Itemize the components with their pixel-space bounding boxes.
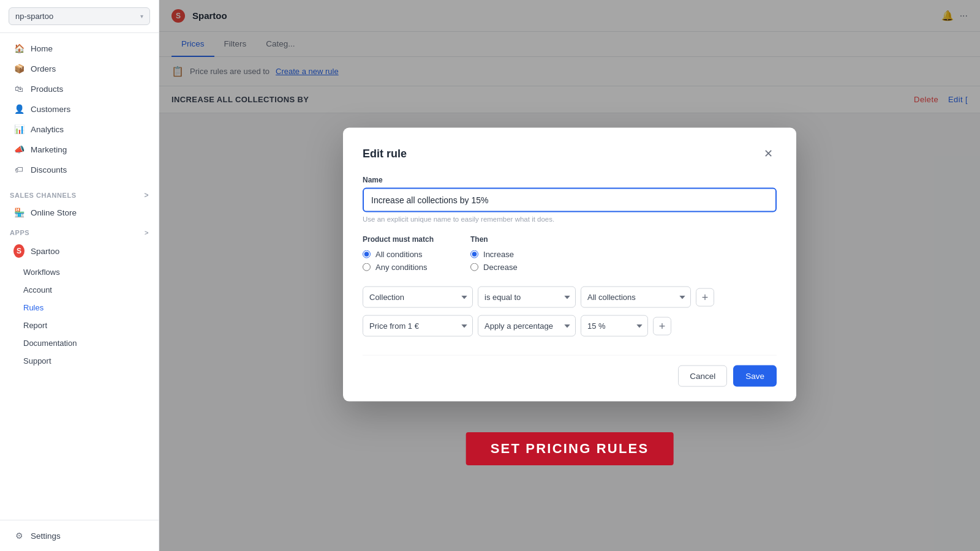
sidebar-bottom: ⚙ Settings [0, 520, 159, 551]
sidebar-item-label: Spartoo [31, 247, 59, 256]
sidebar-item-spartoo[interactable]: Spartoo [4, 239, 155, 263]
main-nav: 🏠 Home 📦 Orders 🛍 Products 👤 Customers 📊… [0, 33, 159, 185]
orders-icon: 📦 [13, 64, 24, 73]
name-label: Name [363, 176, 777, 184]
decrease-radio[interactable] [470, 263, 478, 271]
sidebar-item-label: Orders [31, 64, 56, 73]
sidebar-item-discounts[interactable]: 🏷 Discounts [4, 160, 155, 179]
sidebar-item-label: Customers [31, 105, 70, 114]
sidebar-item-products[interactable]: 🛍 Products [4, 79, 155, 99]
apps-arrow: > [145, 229, 149, 236]
modal-header: Edit rule ✕ [363, 145, 777, 162]
decrease-option[interactable]: Decrease [470, 263, 518, 272]
discounts-icon: 🏷 [13, 165, 24, 174]
store-name: np-spartoo [15, 12, 53, 21]
collection-dropdown[interactable]: Collection [363, 287, 473, 308]
sidebar-item-label: Settings [31, 531, 61, 541]
sidebar-item-orders[interactable]: 📦 Orders [4, 59, 155, 78]
sidebar-item-label: Analytics [31, 125, 64, 134]
sidebar-item-report[interactable]: Report [0, 317, 159, 334]
product-match-group: Product must match All conditions Any co… [363, 235, 434, 276]
spartoo-icon [13, 244, 24, 258]
sales-channels-label: Sales channels > [0, 185, 159, 202]
products-icon: 🛍 [13, 84, 24, 94]
conditions-row: Product must match All conditions Any co… [363, 235, 777, 276]
name-input[interactable] [363, 188, 777, 212]
chevron-down-icon: ▾ [140, 13, 143, 20]
home-icon: 🏠 [13, 43, 24, 53]
price-from-dropdown[interactable]: Price from 1 € [363, 315, 473, 337]
price-filter-row: Price from 1 € Apply a percentage 15 % + [363, 315, 777, 337]
is-equal-to-dropdown[interactable]: is equal to [478, 287, 576, 308]
sidebar-item-rules[interactable]: Rules [0, 299, 159, 317]
increase-radio[interactable] [470, 250, 478, 258]
sidebar-item-account[interactable]: Account [0, 281, 159, 299]
analytics-icon: 📊 [13, 124, 24, 134]
online-store-icon: 🏪 [13, 208, 24, 217]
main-content: Spartoo 🔔 ··· Prices Filters Categ... 📋 … [159, 0, 980, 551]
sidebar-item-online-store[interactable]: 🏪 Online Store [4, 203, 155, 222]
collection-filter-row: Collection is equal to All collections + [363, 287, 777, 308]
sidebar-item-workflows[interactable]: Workflows [0, 263, 159, 281]
modal-close-button[interactable]: ✕ [760, 145, 777, 162]
name-field: Name Use an explicit unique name to easi… [363, 176, 777, 223]
sidebar: np-spartoo ▾ 🏠 Home 📦 Orders 🛍 Products … [0, 0, 159, 551]
any-conditions-radio[interactable] [363, 263, 371, 271]
then-group: Then Increase Decrease [470, 235, 518, 276]
sidebar-item-customers[interactable]: 👤 Customers [4, 99, 155, 119]
cta-banner: SET PRICING RULES [466, 432, 674, 465]
sidebar-item-label: Marketing [31, 145, 67, 154]
all-conditions-radio[interactable] [363, 250, 371, 258]
apply-percentage-dropdown[interactable]: Apply a percentage [478, 315, 576, 337]
product-match-label: Product must match [363, 235, 434, 244]
sidebar-item-settings[interactable]: ⚙ Settings [4, 526, 155, 545]
sidebar-item-marketing[interactable]: 📣 Marketing [4, 140, 155, 159]
sidebar-item-analytics[interactable]: 📊 Analytics [4, 119, 155, 139]
sidebar-item-label: Online Store [31, 208, 77, 217]
sidebar-item-home[interactable]: 🏠 Home [4, 39, 155, 58]
sales-channels-arrow: > [144, 191, 149, 200]
sidebar-item-label: Discounts [31, 165, 67, 174]
add-collection-filter-button[interactable]: + [696, 288, 714, 306]
customers-icon: 👤 [13, 104, 24, 114]
settings-icon: ⚙ [13, 531, 24, 541]
then-label: Then [470, 235, 518, 244]
apps-label: Apps > [0, 223, 159, 239]
modal-title: Edit rule [363, 147, 407, 160]
cancel-button[interactable]: Cancel [678, 365, 727, 387]
marketing-icon: 📣 [13, 144, 24, 154]
all-conditions-option[interactable]: All conditions [363, 250, 434, 259]
increase-option[interactable]: Increase [470, 250, 518, 259]
save-button[interactable]: Save [733, 365, 777, 387]
any-conditions-option[interactable]: Any conditions [363, 263, 434, 272]
percentage-value-dropdown[interactable]: 15 % [581, 315, 648, 337]
sidebar-item-support[interactable]: Support [0, 352, 159, 370]
sidebar-top: np-spartoo ▾ [0, 0, 159, 33]
name-hint: Use an explicit unique name to easily re… [363, 216, 777, 223]
sidebar-item-label: Home [31, 44, 53, 53]
sidebar-item-documentation[interactable]: Documentation [0, 334, 159, 352]
add-price-filter-button[interactable]: + [653, 317, 671, 335]
modal-footer: Cancel Save [363, 355, 777, 387]
edit-rule-modal: Edit rule ✕ Name Use an explicit unique … [343, 128, 796, 402]
all-collections-dropdown[interactable]: All collections [581, 287, 691, 308]
store-selector[interactable]: np-spartoo ▾ [9, 7, 150, 25]
sidebar-item-label: Products [31, 84, 63, 94]
